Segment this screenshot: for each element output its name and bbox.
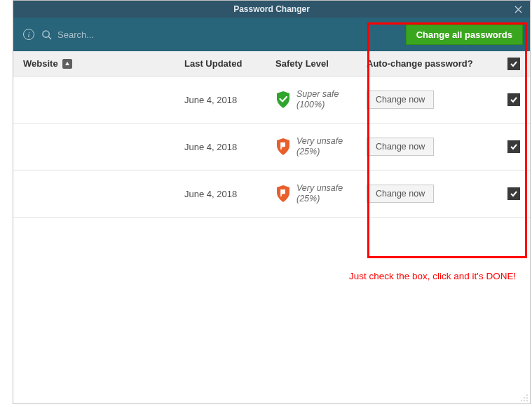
cell-action: Change now (367, 185, 520, 203)
shield-safe-icon (275, 91, 291, 109)
table-row: June 4, 2018 Very unsafe (25%) Change no… (13, 124, 530, 171)
cell-last-updated: June 4, 2018 (184, 189, 275, 199)
search-icon (41, 29, 52, 40)
svg-rect-2 (280, 142, 282, 149)
row-checkbox[interactable] (507, 93, 520, 106)
svg-point-8 (524, 400, 525, 401)
svg-point-4 (526, 394, 528, 396)
svg-line-1 (48, 36, 51, 39)
cell-action: Change now (367, 138, 520, 156)
cell-safety: Very unsafe (25%) (275, 136, 367, 157)
svg-point-9 (526, 400, 528, 401)
app-window: Password Changer i Change all passwords … (13, 0, 531, 404)
column-header-auto-change-label: Auto-change password? (367, 58, 473, 69)
column-header-auto-change: Auto-change password? (367, 58, 520, 70)
svg-rect-3 (280, 189, 282, 196)
close-button[interactable] (506, 1, 530, 18)
info-icon[interactable]: i (23, 29, 34, 40)
cell-safety: Very unsafe (25%) (275, 183, 367, 204)
resize-grip-icon[interactable] (520, 394, 528, 402)
row-checkbox[interactable] (507, 187, 520, 200)
titlebar: Password Changer (13, 1, 530, 18)
search-input[interactable] (57, 29, 198, 40)
column-header-website-label: Website (23, 58, 58, 69)
window-title: Password Changer (233, 4, 310, 14)
close-icon (514, 6, 522, 13)
cell-last-updated: June 4, 2018 (184, 142, 275, 152)
toolbar: i Change all passwords (13, 18, 530, 51)
svg-point-0 (43, 30, 49, 36)
cell-safety: Super safe (100%) (275, 89, 367, 110)
table-row: June 4, 2018 Super safe (100%) Change no… (13, 76, 530, 124)
column-header-safety-level[interactable]: Safety Level (275, 58, 367, 69)
cell-action: Change now (367, 91, 520, 109)
annotation-text: Just check the box, click and it's DONE! (349, 271, 516, 281)
table-header: Website Last Updated Safety Level Auto-c… (13, 51, 530, 76)
svg-point-7 (521, 400, 522, 401)
safety-text: Super safe (100%) (296, 89, 339, 110)
sort-asc-icon (62, 59, 72, 69)
change-now-button[interactable]: Change now (367, 138, 434, 156)
safety-text: Very unsafe (25%) (296, 183, 343, 204)
shield-unsafe-icon (275, 138, 291, 156)
shield-unsafe-icon (275, 185, 291, 203)
row-checkbox[interactable] (507, 140, 520, 153)
change-now-button[interactable]: Change now (367, 91, 434, 109)
change-now-button[interactable]: Change now (367, 185, 434, 203)
column-header-last-updated[interactable]: Last Updated (184, 58, 275, 69)
change-all-passwords-button[interactable]: Change all passwords (406, 25, 523, 45)
table-body: June 4, 2018 Super safe (100%) Change no… (13, 76, 530, 403)
search-wrap (41, 29, 399, 40)
select-all-checkbox[interactable] (507, 58, 520, 70)
cell-last-updated: June 4, 2018 (184, 95, 275, 105)
table-row: June 4, 2018 Very unsafe (25%) Change no… (13, 171, 530, 218)
svg-point-6 (526, 397, 528, 399)
column-header-website[interactable]: Website (23, 58, 184, 69)
svg-point-5 (524, 397, 525, 399)
safety-text: Very unsafe (25%) (296, 136, 343, 157)
